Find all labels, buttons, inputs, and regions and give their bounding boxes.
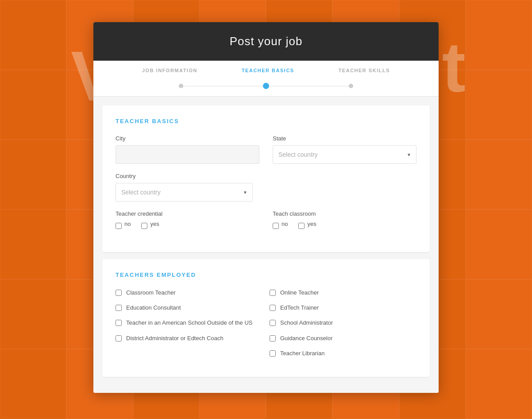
list-item: Teacher in an American School Outside of… — [116, 319, 262, 327]
classroom-yes-label[interactable]: yes — [307, 221, 316, 227]
online-teacher-label[interactable]: Online Teacher — [280, 289, 319, 297]
credential-yes-label[interactable]: yes — [150, 221, 159, 227]
credential-yes-item: yes — [141, 221, 159, 231]
edtech-trainer-label[interactable]: EdTech Trainer — [280, 304, 319, 312]
teachers-grid: Classroom Teacher Education Consultant T… — [116, 289, 416, 365]
credential-no-item: no — [116, 221, 131, 231]
district-administrator-label[interactable]: District Administrator or Edtech Coach — [126, 334, 224, 342]
credential-no-label[interactable]: no — [124, 221, 131, 227]
modal-header: Post your job — [93, 22, 439, 61]
progress-line-1 — [183, 86, 263, 86]
credential-yes-checkbox[interactable] — [141, 223, 147, 229]
tab-teacher-basics[interactable]: TEACHER BASICS — [242, 68, 294, 78]
state-label: State — [273, 135, 416, 142]
online-teacher-checkbox[interactable] — [270, 290, 276, 296]
list-item: Teacher Librarian — [270, 349, 416, 357]
list-item: EdTech Trainer — [270, 304, 416, 312]
teach-classroom-group: Teach classroom no yes — [273, 210, 416, 231]
district-administrator-checkbox[interactable] — [116, 335, 122, 341]
credential-classroom-row: Teacher credential no yes Teach classroo — [116, 210, 416, 231]
teachers-left-col: Classroom Teacher Education Consultant T… — [116, 289, 262, 365]
country-label: Country — [116, 173, 253, 179]
teacher-credential-label: Teacher credential — [116, 210, 259, 217]
classroom-teacher-checkbox[interactable] — [116, 290, 122, 296]
state-group: State Select country — [273, 135, 416, 164]
progress-bar — [102, 78, 430, 96]
school-administrator-label[interactable]: School Administrator — [280, 319, 333, 327]
progress-dot-2 — [263, 83, 269, 89]
teacher-librarian-label[interactable]: Teacher Librarian — [280, 349, 324, 357]
classroom-no-item: no — [273, 221, 288, 231]
country-group: Country Select country — [116, 173, 253, 202]
country-select-wrapper: Select country — [116, 183, 253, 202]
list-item: Classroom Teacher — [116, 289, 262, 297]
tabs-row: JOB INFORMATION TEACHER BASICS TEACHER S… — [102, 61, 430, 78]
progress-dot-1 — [179, 84, 183, 88]
credential-checkboxes: no yes — [116, 221, 259, 231]
state-select[interactable]: Select country — [273, 145, 416, 164]
classroom-yes-item: yes — [298, 221, 316, 231]
country-row: Country Select country — [116, 173, 416, 202]
teacher-credential-group: Teacher credential no yes — [116, 210, 259, 231]
list-item: Online Teacher — [270, 289, 416, 297]
teacher-basics-card: TEACHER BASICS City State Select country — [102, 105, 430, 252]
country-select[interactable]: Select country — [116, 183, 253, 202]
list-item: Education Consultant — [116, 304, 262, 312]
teacher-librarian-checkbox[interactable] — [270, 350, 276, 357]
teacher-basics-title: TEACHER BASICS — [116, 118, 416, 124]
list-item: District Administrator or Edtech Coach — [116, 334, 262, 342]
education-consultant-checkbox[interactable] — [116, 305, 122, 311]
classroom-no-label[interactable]: no — [281, 221, 288, 227]
list-item: Guidance Counselor — [270, 334, 416, 342]
state-select-wrapper: Select country — [273, 145, 416, 164]
modal-body: TEACHER BASICS City State Select country — [93, 97, 439, 393]
city-state-row: City State Select country — [116, 135, 416, 164]
teacher-american-school-checkbox[interactable] — [116, 320, 122, 326]
teacher-american-school-label[interactable]: Teacher in an American School Outside of… — [126, 319, 252, 327]
city-group: City — [116, 135, 259, 164]
classroom-no-checkbox[interactable] — [273, 223, 279, 229]
classroom-checkboxes: no yes — [273, 221, 416, 231]
guidance-counselor-label[interactable]: Guidance Counselor — [280, 334, 333, 342]
school-administrator-checkbox[interactable] — [270, 320, 276, 326]
credential-no-checkbox[interactable] — [116, 223, 122, 229]
classroom-teacher-label[interactable]: Classroom Teacher — [126, 289, 176, 297]
guidance-counselor-checkbox[interactable] — [270, 335, 276, 341]
education-consultant-label[interactable]: Education Consultant — [126, 304, 181, 312]
teachers-employed-card: TEACHERS EMPLOYED Classroom Teacher Educ… — [102, 259, 430, 377]
teachers-employed-title: TEACHERS EMPLOYED — [116, 272, 416, 278]
tab-teacher-skills[interactable]: TEACHER SKILLS — [339, 68, 390, 78]
progress-dot-3 — [349, 84, 353, 88]
tab-job-information[interactable]: JOB INFORMATION — [142, 68, 197, 78]
teach-classroom-label: Teach classroom — [273, 210, 416, 217]
teachers-right-col: Online Teacher EdTech Trainer School Adm… — [270, 289, 416, 365]
classroom-yes-checkbox[interactable] — [298, 223, 305, 229]
modal: Post your job JOB INFORMATION TEACHER BA… — [93, 22, 439, 393]
list-item: School Administrator — [270, 319, 416, 327]
modal-title: Post your job — [102, 35, 430, 48]
tabs-bar: JOB INFORMATION TEACHER BASICS TEACHER S… — [93, 61, 439, 97]
city-label: City — [116, 135, 259, 142]
city-input[interactable] — [116, 145, 259, 164]
progress-line-2 — [269, 86, 349, 86]
edtech-trainer-checkbox[interactable] — [270, 305, 276, 311]
